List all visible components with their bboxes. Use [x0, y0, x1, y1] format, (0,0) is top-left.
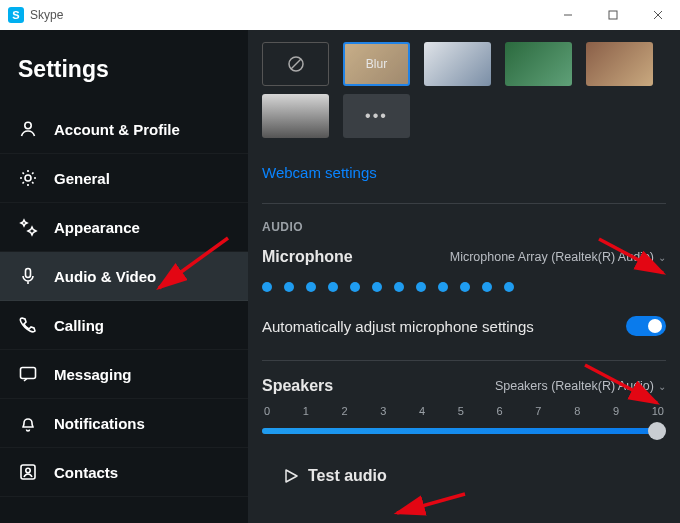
svg-rect-6	[26, 269, 31, 278]
svg-point-4	[25, 122, 31, 128]
microphone-label: Microphone	[262, 248, 353, 266]
background-image-2[interactable]	[505, 42, 572, 86]
chevron-down-icon: ⌄	[658, 252, 666, 263]
background-image-3[interactable]	[586, 42, 653, 86]
phone-icon	[18, 315, 38, 335]
sidebar-item-calling[interactable]: Calling	[0, 301, 248, 350]
gear-icon	[18, 168, 38, 188]
settings-main: Blur ••• Webcam settings AUDIO Microphon…	[248, 30, 680, 523]
background-more[interactable]: •••	[343, 94, 410, 138]
settings-sidebar: Settings Account & ProfileGeneralAppeara…	[0, 30, 248, 523]
auto-adjust-mic-toggle[interactable]	[626, 316, 666, 336]
play-icon	[284, 469, 298, 483]
sidebar-item-label: Notifications	[54, 415, 145, 432]
sidebar-item-appearance[interactable]: Appearance	[0, 203, 248, 252]
svg-point-5	[25, 175, 31, 181]
test-audio-button[interactable]: Test audio	[262, 467, 666, 485]
sidebar-item-label: General	[54, 170, 110, 187]
settings-title: Settings	[0, 42, 248, 105]
svg-marker-12	[286, 470, 297, 482]
close-button[interactable]	[635, 0, 680, 30]
sidebar-item-messaging[interactable]: Messaging	[0, 350, 248, 399]
svg-rect-7	[21, 368, 36, 379]
sidebar-item-label: Messaging	[54, 366, 132, 383]
speakers-device-dropdown[interactable]: Speakers (Realtek(R) Audio) ⌄	[495, 379, 666, 393]
auto-adjust-mic-label: Automatically adjust microphone settings	[262, 318, 534, 335]
svg-point-9	[26, 468, 30, 472]
person-icon	[18, 119, 38, 139]
contacts-icon	[18, 462, 38, 482]
background-blur[interactable]: Blur	[343, 42, 410, 86]
background-image-4[interactable]	[262, 94, 329, 138]
sidebar-item-label: Account & Profile	[54, 121, 180, 138]
microphone-level-meter	[262, 276, 666, 308]
sidebar-item-label: Audio & Video	[54, 268, 156, 285]
sidebar-item-general[interactable]: General	[0, 154, 248, 203]
skype-logo-icon: S	[8, 7, 24, 23]
sidebar-item-account-profile[interactable]: Account & Profile	[0, 105, 248, 154]
svg-line-11	[291, 59, 301, 69]
sidebar-item-contacts[interactable]: Contacts	[0, 448, 248, 497]
sidebar-item-audio-video[interactable]: Audio & Video	[0, 252, 248, 301]
divider	[262, 203, 666, 204]
speaker-volume-slider[interactable]	[262, 421, 666, 441]
chat-icon	[18, 364, 38, 384]
chevron-down-icon: ⌄	[658, 381, 666, 392]
maximize-button[interactable]	[590, 0, 635, 30]
minimize-button[interactable]	[545, 0, 590, 30]
background-image-1[interactable]	[424, 42, 491, 86]
sidebar-item-notifications[interactable]: Notifications	[0, 399, 248, 448]
webcam-settings-link[interactable]: Webcam settings	[262, 164, 377, 181]
speakers-label: Speakers	[262, 377, 333, 395]
sparkle-icon	[18, 217, 38, 237]
mic-icon	[18, 266, 38, 286]
sidebar-item-label: Contacts	[54, 464, 118, 481]
svg-rect-1	[609, 11, 617, 19]
background-effects-row: Blur	[262, 42, 666, 86]
speaker-volume-ticks: 012345678910	[262, 405, 666, 421]
sidebar-item-label: Appearance	[54, 219, 140, 236]
microphone-device-dropdown[interactable]: Microphone Array (Realtek(R) Audio) ⌄	[450, 250, 666, 264]
bell-icon	[18, 413, 38, 433]
divider	[262, 360, 666, 361]
sidebar-item-label: Calling	[54, 317, 104, 334]
background-none[interactable]	[262, 42, 329, 86]
slider-thumb[interactable]	[648, 422, 666, 440]
titlebar: S Skype	[0, 0, 680, 30]
window-title: Skype	[30, 8, 63, 22]
audio-section-label: AUDIO	[262, 220, 666, 234]
